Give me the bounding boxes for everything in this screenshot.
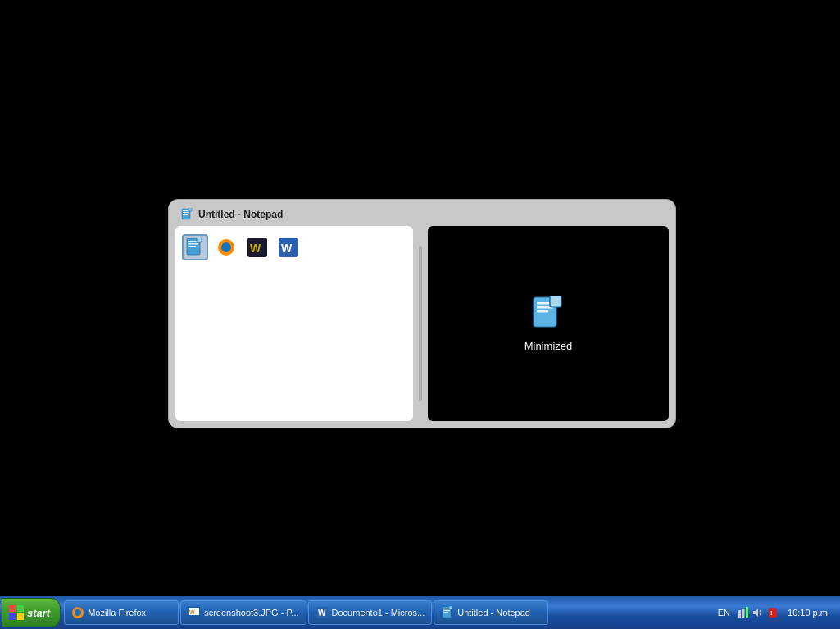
system-tray: ! bbox=[737, 606, 779, 619]
svg-rect-24 bbox=[9, 613, 16, 620]
switcher-panel[interactable]: Untitled - Notepad bbox=[168, 199, 676, 428]
left-panel-icons: W W bbox=[182, 233, 406, 264]
windows-logo-icon bbox=[9, 605, 24, 620]
svg-text:!: ! bbox=[770, 609, 773, 617]
svg-point-11 bbox=[221, 242, 231, 252]
taskbar-item-firefox[interactable]: Mozilla Firefox bbox=[64, 600, 179, 625]
svg-point-27 bbox=[75, 609, 81, 616]
svg-text:W: W bbox=[318, 609, 326, 618]
svg-rect-38 bbox=[738, 610, 741, 618]
taskbar-items: Mozilla Firefox W screenshoot3.JPG - P..… bbox=[61, 596, 710, 629]
switcher-content: W W bbox=[175, 226, 669, 421]
taskbar-item-word[interactable]: W Documento1 - Micros... bbox=[308, 600, 433, 625]
svg-rect-8 bbox=[188, 246, 196, 247]
svg-rect-25 bbox=[17, 613, 24, 620]
minimized-panel[interactable]: Minimized bbox=[428, 226, 669, 421]
svg-rect-40 bbox=[746, 607, 748, 618]
switcher-title: Untitled - Notepad bbox=[198, 209, 283, 220]
language-indicator: EN bbox=[715, 608, 733, 618]
left-panel: W W bbox=[175, 226, 413, 421]
start-button[interactable]: start bbox=[2, 598, 61, 627]
svg-marker-41 bbox=[753, 609, 758, 617]
svg-rect-37 bbox=[449, 606, 452, 609]
taskbar-item-paint[interactable]: W screenshoot3.JPG - P... bbox=[180, 600, 306, 625]
start-label: start bbox=[27, 607, 50, 619]
svg-rect-3 bbox=[183, 214, 188, 215]
taskbar-right: EN ! bbox=[710, 606, 840, 619]
taskbar-item-firefox-label: Mozilla Firefox bbox=[88, 608, 171, 618]
svg-rect-35 bbox=[443, 610, 450, 611]
svg-text:W: W bbox=[189, 609, 195, 615]
svg-rect-4 bbox=[188, 208, 192, 211]
switcher-title-bar: Untitled - Notepad bbox=[175, 206, 669, 226]
svg-rect-9 bbox=[197, 238, 202, 242]
desktop: Untitled - Notepad bbox=[0, 0, 840, 596]
clock: 10:10 p.m. bbox=[783, 606, 835, 619]
panel-divider-line bbox=[419, 246, 422, 401]
paint-taskbar-icon: W bbox=[188, 606, 201, 619]
taskbar-item-paint-label: screenshoot3.JPG - P... bbox=[204, 608, 298, 618]
security-tray-icon[interactable]: ! bbox=[766, 606, 779, 619]
svg-rect-36 bbox=[443, 612, 448, 613]
svg-rect-20 bbox=[550, 296, 561, 307]
svg-rect-22 bbox=[9, 605, 16, 612]
taskbar-item-word-label: Documento1 - Micros... bbox=[332, 608, 425, 618]
taskbar: start Mozilla Firefox W bbox=[0, 596, 840, 629]
word-taskbar-icon: W bbox=[316, 606, 329, 619]
minimized-label: Minimized bbox=[524, 340, 573, 352]
panel-divider bbox=[418, 226, 423, 421]
window-preview bbox=[182, 267, 406, 414]
taskbar-item-notepad[interactable]: Untitled - Notepad bbox=[434, 600, 548, 625]
taskbar-item-notepad-label: Untitled - Notepad bbox=[457, 608, 541, 618]
svg-text:W: W bbox=[281, 242, 293, 255]
svg-rect-7 bbox=[188, 243, 198, 245]
svg-rect-2 bbox=[183, 212, 189, 213]
volume-tray-icon[interactable] bbox=[751, 606, 765, 619]
notepad-title-icon bbox=[180, 208, 193, 221]
network-tray-icon[interactable] bbox=[737, 606, 750, 619]
svg-rect-39 bbox=[742, 609, 745, 618]
svg-text:W: W bbox=[250, 242, 261, 255]
firefox-thumb[interactable] bbox=[213, 234, 239, 260]
word-thumb[interactable]: W bbox=[275, 234, 302, 260]
svg-rect-19 bbox=[537, 310, 548, 313]
notepad-taskbar-icon bbox=[441, 606, 454, 619]
minimized-notepad-icon bbox=[530, 296, 566, 333]
svg-rect-23 bbox=[17, 605, 24, 612]
winamp-thumb[interactable]: W bbox=[244, 234, 270, 260]
notepad-thumb[interactable] bbox=[182, 234, 208, 260]
firefox-taskbar-icon bbox=[71, 606, 84, 619]
